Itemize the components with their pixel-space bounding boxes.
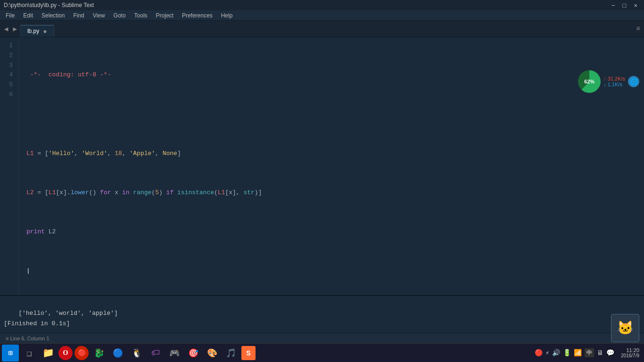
taskbar-app9[interactable]: 🎯 bbox=[185, 345, 202, 362]
title-bar: D:\python\study\lb.py - Sublime Text − □… bbox=[0, 0, 644, 10]
code-line-4: L2 = [L1[x].lower() for x in range(5) if… bbox=[26, 188, 644, 198]
taskbar-app4[interactable]: 🐉 bbox=[91, 345, 107, 362]
network-speeds: ↑ 31.2K/s ↓ 1.1K/s bbox=[603, 76, 625, 87]
tray-icon-msg[interactable]: 💬 bbox=[606, 349, 614, 357]
editor-container: 1 2 3 4 5 6 -*- coding: utf-8 -*- L1 = [… bbox=[0, 37, 644, 343]
taskbar-app5[interactable]: 🔵 bbox=[109, 345, 126, 362]
start-icon: ⊞ bbox=[8, 348, 13, 358]
taskbar-app10[interactable]: 🎨 bbox=[204, 345, 221, 362]
clock-time: 11:20 bbox=[621, 347, 639, 353]
code-line-5: print L2 bbox=[26, 227, 644, 237]
tray-icon-network[interactable]: 📶 bbox=[574, 349, 582, 357]
system-tray: 🔴 ⚡ 🔊 🔋 📶 中 🖥 💬 bbox=[535, 348, 614, 357]
window-title: D:\python\study\lb.py - Sublime Text bbox=[4, 2, 94, 8]
taskbar-left: ⊞ ❑ 📁 O 🔴 🐉 🔵 🐧 🏷 🎮 🎯 🎨 🎵 S bbox=[2, 345, 256, 362]
cat-icon: 🐱 bbox=[617, 320, 634, 336]
network-percent: 62% bbox=[584, 79, 594, 84]
menu-view[interactable]: View bbox=[89, 11, 109, 20]
taskbar: ⊞ ❑ 📁 O 🔴 🐉 🔵 🐧 🏷 🎮 🎯 🎨 🎵 S 🔴 ⚡ 🔊 🔋 bbox=[0, 343, 644, 362]
taskbar-app11[interactable]: 🎵 bbox=[223, 345, 239, 362]
tray-icon-1[interactable]: 🔴 bbox=[535, 349, 543, 357]
close-button[interactable]: × bbox=[631, 2, 640, 9]
line-num-5: 5 bbox=[4, 80, 13, 90]
code-line-1: -*- coding: utf-8 -*- bbox=[26, 70, 644, 80]
tray-icon-battery[interactable]: 🔋 bbox=[563, 349, 571, 357]
tab-nav-right[interactable]: ▶ bbox=[10, 23, 19, 35]
task-view-button[interactable]: ❑ bbox=[21, 345, 38, 362]
output-panel: ['hello', 'world', 'apple'] [Finished in… bbox=[0, 295, 644, 333]
network-widget: 62% ↑ 31.2K/s ↓ 1.1K/s 🌐 bbox=[578, 70, 639, 93]
maximize-button[interactable]: □ bbox=[620, 2, 629, 9]
clock[interactable]: 11:20 2016/7/9 bbox=[618, 346, 642, 359]
taskbar-app8[interactable]: 🎮 bbox=[166, 345, 183, 362]
menu-goto[interactable]: Goto bbox=[110, 11, 130, 20]
menu-selection[interactable]: Selection bbox=[38, 11, 68, 20]
menu-tools[interactable]: Tools bbox=[131, 11, 151, 20]
taskbar-app3[interactable]: 🔴 bbox=[74, 346, 89, 360]
tray-icon-volume[interactable]: 🔊 bbox=[552, 349, 560, 357]
taskbar-opera[interactable]: O bbox=[58, 346, 73, 360]
tray-icon-keyboard[interactable]: 中 bbox=[585, 348, 594, 357]
code-line-2 bbox=[26, 110, 644, 120]
output-line-1: ['hello', 'world', 'apple'] bbox=[18, 310, 118, 317]
line-num-4: 4 bbox=[4, 70, 13, 80]
line-num-2: 2 bbox=[4, 51, 13, 61]
menu-edit[interactable]: Edit bbox=[19, 11, 37, 20]
status-position: ≡ Line 6, Column 1 bbox=[6, 336, 50, 341]
menu-project[interactable]: Project bbox=[152, 11, 177, 20]
code-line-6 bbox=[26, 266, 644, 276]
upload-speed: ↑ 31.2K/s bbox=[603, 76, 625, 82]
taskbar-explorer[interactable]: 📁 bbox=[40, 345, 57, 362]
network-circle: 62% bbox=[578, 70, 601, 93]
tray-icon-display[interactable]: 🖥 bbox=[597, 349, 603, 357]
menu-preferences[interactable]: Preferences bbox=[178, 11, 216, 20]
line-numbers: 1 2 3 4 5 6 bbox=[0, 37, 19, 295]
tab-filename: lb.py bbox=[27, 28, 39, 34]
taskbar-app7[interactable]: 🏷 bbox=[147, 345, 164, 362]
code-line-3: L1 = ['Hello', 'World', 18, 'Apple', Non… bbox=[26, 149, 644, 159]
tab-bar: ◀ ▶ lb.py ● ≡ bbox=[0, 21, 644, 37]
task-view-icon: ❑ bbox=[27, 348, 32, 358]
network-globe-icon: 🌐 bbox=[628, 76, 639, 87]
line-num-3: 3 bbox=[4, 61, 13, 71]
tab-close-button[interactable]: ● bbox=[43, 28, 47, 34]
line-num-1: 1 bbox=[4, 41, 13, 51]
window-controls: − □ × bbox=[609, 2, 640, 9]
minimize-button[interactable]: − bbox=[609, 2, 618, 9]
taskbar-sublime[interactable]: S bbox=[241, 346, 256, 360]
code-area[interactable]: 1 2 3 4 5 6 -*- coding: utf-8 -*- L1 = [… bbox=[0, 37, 644, 295]
menu-find[interactable]: Find bbox=[69, 11, 88, 20]
menu-bar: File Edit Selection Find View Goto Tools… bbox=[0, 10, 644, 21]
output-line-2: [Finished in 0.1s] bbox=[4, 320, 70, 327]
tab-nav-left[interactable]: ◀ bbox=[2, 23, 10, 35]
status-bar: ≡ Line 6, Column 1 Tab Size: 4 bbox=[0, 333, 644, 343]
cat-widget[interactable]: 🐱 bbox=[611, 314, 639, 342]
code-editor[interactable]: -*- coding: utf-8 -*- L1 = ['Hello', 'Wo… bbox=[19, 37, 644, 295]
taskbar-app6[interactable]: 🐧 bbox=[128, 345, 145, 362]
download-speed: ↓ 1.1K/s bbox=[603, 82, 625, 87]
clock-date: 2016/7/9 bbox=[621, 353, 639, 358]
start-button[interactable]: ⊞ bbox=[2, 345, 19, 362]
active-tab[interactable]: lb.py ● bbox=[20, 25, 54, 37]
line-num-6: 6 bbox=[4, 90, 13, 100]
menu-help[interactable]: Help bbox=[217, 11, 237, 20]
tray-icon-2[interactable]: ⚡ bbox=[545, 349, 549, 357]
menu-file[interactable]: File bbox=[2, 11, 18, 20]
taskbar-right: 🔴 ⚡ 🔊 🔋 📶 中 🖥 💬 11:20 2016/7/9 bbox=[535, 346, 642, 359]
tab-dropdown-button[interactable]: ≡ bbox=[636, 25, 640, 33]
